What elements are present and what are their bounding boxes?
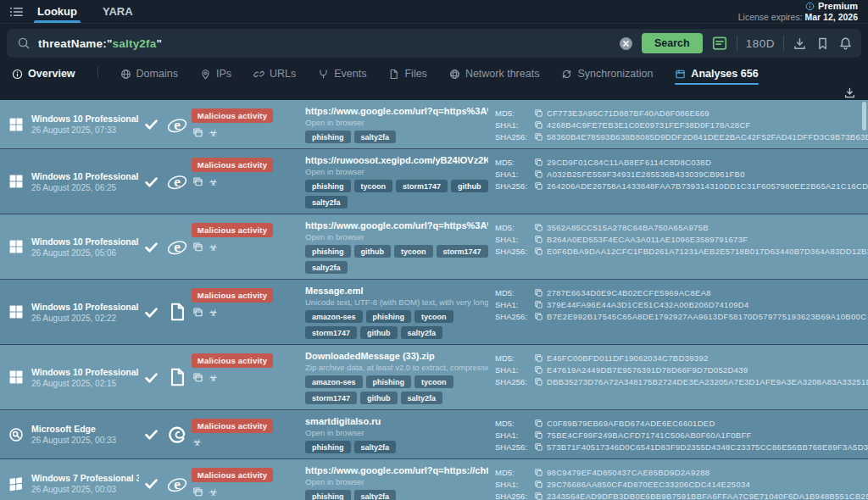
- tab-synchronization[interactable]: Synchronization: [561, 68, 653, 85]
- clear-search-icon[interactable]: [619, 36, 633, 51]
- tab-analyses[interactable]: Analyses 656: [675, 68, 758, 85]
- copy-sha1-icon[interactable]: [534, 120, 543, 130]
- copy-sha1-icon[interactable]: [534, 235, 543, 244]
- copy-sha256-icon[interactable]: [534, 377, 543, 386]
- analysis-title[interactable]: https://ruwoosot.xegipd.com/yB24IOVz2Kpb…: [305, 155, 488, 166]
- tag-chip[interactable]: salty2fa: [401, 392, 443, 404]
- search-period-selector[interactable]: 180D: [746, 37, 775, 50]
- sha1-value: 4268B4C9FE7EB3E1C0E09731FEF38D0F178A28CF: [547, 120, 751, 130]
- tab-files[interactable]: Files: [388, 68, 426, 85]
- copy-md5-icon[interactable]: [534, 223, 543, 232]
- tag-chip[interactable]: salty2fa: [401, 326, 443, 339]
- analysis-date: 26 August 2025, 05:06: [31, 248, 139, 258]
- copy-sha256-icon[interactable]: [534, 312, 543, 321]
- tab-network-threats[interactable]: Network threats: [449, 68, 540, 85]
- copy-sha256-icon[interactable]: [534, 247, 543, 256]
- table-row[interactable]: Windows 10 Professional 64 bit26 August …: [0, 149, 868, 214]
- tag-chip[interactable]: github: [360, 326, 398, 339]
- tab-urls[interactable]: URLs: [253, 68, 296, 85]
- bookmark-icon[interactable]: [815, 36, 830, 51]
- tag-chip[interactable]: github: [451, 180, 488, 192]
- analysis-title[interactable]: Message.eml: [305, 286, 488, 297]
- tag-chip[interactable]: storm1747: [305, 392, 357, 404]
- tag-list: amazon-sesphishingtycoonstorm1747githubs…: [305, 375, 488, 404]
- tag-chip[interactable]: github: [360, 392, 398, 404]
- tab-events[interactable]: Events: [318, 68, 366, 85]
- verdict-badge: Malicious activity: [192, 108, 273, 123]
- copy-md5-icon[interactable]: [534, 158, 543, 167]
- copy-sha1-icon[interactable]: [534, 365, 543, 375]
- tag-chip[interactable]: storm1747: [437, 245, 488, 258]
- search-input[interactable]: threatName:"salty2fa" Search 180D: [7, 29, 861, 58]
- copy-sha256-icon[interactable]: [534, 492, 543, 500]
- copy-sha1-icon[interactable]: [534, 300, 543, 309]
- sha256-label: SHA256:: [495, 442, 531, 452]
- menu-list-icon[interactable]: [8, 4, 24, 19]
- copy-md5-icon[interactable]: [534, 419, 543, 428]
- analysis-title[interactable]: DownloadedMessage (33).zip: [305, 351, 488, 362]
- search-button[interactable]: Search: [642, 33, 703, 53]
- tag-chip[interactable]: tycoon: [415, 310, 453, 323]
- copy-md5-icon[interactable]: [534, 288, 543, 297]
- copy-md5-icon[interactable]: [534, 108, 543, 118]
- tag-chip[interactable]: storm1747: [396, 180, 448, 192]
- analysis-title[interactable]: smartdigitalso.ru: [305, 416, 488, 427]
- table-row[interactable]: Windows 10 Professional 64 bit26 August …: [0, 214, 868, 280]
- sha1-row: SHA1:B264A0ED553F4ECAA3A011AE1096E358979…: [495, 233, 868, 245]
- analysis-date: 26 August 2025, 06:25: [31, 183, 139, 192]
- table-row[interactable]: Windows 7 Professional 32 bit26 August 2…: [0, 459, 868, 500]
- analysis-title[interactable]: https://www.google.com/url?q=https://cht…: [305, 465, 488, 476]
- tab-domains[interactable]: Domains: [120, 68, 178, 85]
- copy-sha1-icon[interactable]: [534, 169, 543, 179]
- tag-list: phishingtycoonstorm1747githubsalty2fa: [305, 180, 488, 208]
- tab-lookup[interactable]: Lookup: [34, 0, 81, 23]
- verdict-badge: Malicious activity: [192, 468, 273, 482]
- analysis-title[interactable]: https://www.google.com/url?q=https%3A%2F…: [305, 106, 488, 117]
- copy-sha256-icon[interactable]: [534, 132, 543, 142]
- tag-chip[interactable]: phishing: [305, 441, 351, 453]
- table-row[interactable]: Windows 10 Professional 64 bit26 August …: [0, 345, 868, 410]
- tag-chip[interactable]: phishing: [366, 310, 412, 323]
- tag-chip[interactable]: salty2fa: [354, 490, 397, 500]
- table-row[interactable]: Windows 10 Professional 64 bit26 August …: [0, 280, 868, 345]
- tab-ips[interactable]: IPs: [200, 68, 231, 85]
- events-icon: [318, 69, 329, 80]
- sha256-label: SHA256:: [495, 181, 531, 191]
- table-row[interactable]: Microsoft Edge26 August 2025, 00:33Malic…: [0, 410, 868, 459]
- tag-chip[interactable]: salty2fa: [305, 261, 348, 274]
- tag-chip[interactable]: phishing: [305, 131, 351, 143]
- tag-chip[interactable]: salty2fa: [354, 131, 397, 143]
- copy-sha256-icon[interactable]: [534, 181, 543, 191]
- export-results-icon[interactable]: [843, 86, 856, 99]
- tag-chip[interactable]: tycoon: [354, 180, 393, 192]
- bell-icon[interactable]: [838, 36, 853, 51]
- tag-chip[interactable]: tycoon: [415, 375, 453, 388]
- copy-md5-icon[interactable]: [534, 468, 543, 477]
- tag-chip[interactable]: phishing: [305, 490, 351, 500]
- query-templates-icon[interactable]: [711, 35, 728, 52]
- copy-sha1-icon[interactable]: [534, 431, 543, 440]
- tag-chip[interactable]: storm1747: [305, 326, 357, 339]
- md5-value: 3562A85CC515A278C64BA750A65A975B: [547, 223, 709, 232]
- tag-chip[interactable]: tycoon: [394, 245, 433, 258]
- copy-sha1-icon[interactable]: [534, 480, 543, 489]
- scrollbar-thumb[interactable]: [862, 102, 866, 131]
- sha1-value: 379E44FA96E44A3D1CE51C432A00B206D74109D4: [547, 300, 749, 309]
- tag-chip[interactable]: github: [354, 245, 392, 258]
- tag-chip[interactable]: phishing: [305, 245, 351, 258]
- tab-yara[interactable]: YARA: [99, 0, 136, 23]
- tag-chip[interactable]: salty2fa: [354, 441, 397, 453]
- tag-chip[interactable]: salty2fa: [305, 196, 348, 208]
- tag-chip[interactable]: amazon-ses: [305, 310, 363, 323]
- table-row[interactable]: Windows 10 Professional 64 bit26 August …: [0, 100, 868, 149]
- tab-overview[interactable]: Overview: [12, 68, 75, 85]
- license-info: Premium License expires: Mar 12, 2026: [738, 0, 858, 23]
- copy-sha256-icon[interactable]: [534, 442, 543, 452]
- tag-chip[interactable]: phishing: [366, 375, 412, 388]
- tag-chip[interactable]: phishing: [305, 180, 351, 192]
- copy-md5-icon[interactable]: [534, 353, 543, 363]
- download-icon[interactable]: [793, 36, 807, 51]
- tag-chip[interactable]: amazon-ses: [305, 375, 363, 388]
- os-cell: Windows 10 Professional 64 bit26 August …: [8, 302, 139, 323]
- analysis-title[interactable]: https://www.google.com/url?q=https%3A%2F…: [305, 220, 488, 231]
